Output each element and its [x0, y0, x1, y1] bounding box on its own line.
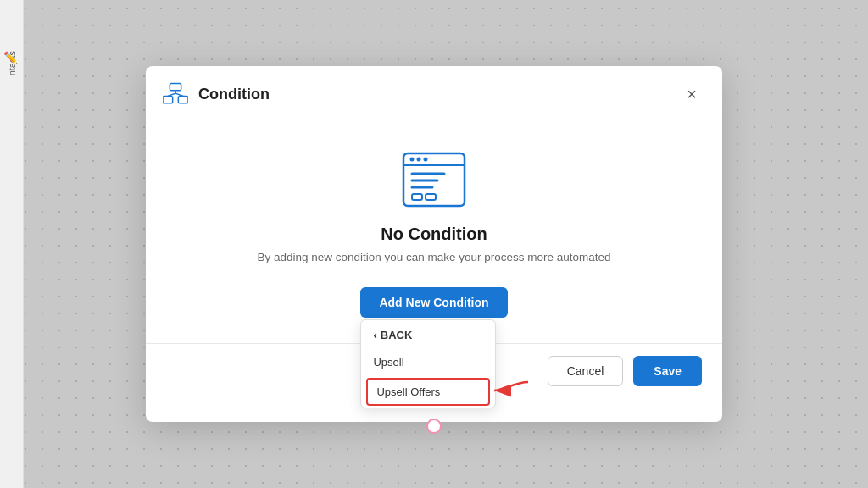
condition-modal: Condition × No	[146, 66, 722, 422]
dropdown-back-label: BACK	[381, 329, 413, 341]
dropdown-item-upsell[interactable]: Upsell	[361, 348, 495, 376]
modal-overlay: Condition × No	[0, 0, 868, 488]
no-condition-illustration	[400, 150, 468, 209]
save-button[interactable]: Save	[633, 356, 702, 386]
modal-body: No Condition By adding new condition you…	[146, 119, 722, 343]
close-button[interactable]: ×	[682, 83, 702, 106]
svg-point-8	[410, 158, 415, 162]
svg-rect-14	[412, 194, 422, 200]
svg-rect-1	[163, 97, 173, 103]
svg-point-9	[417, 158, 421, 162]
modal-header: Condition ×	[146, 66, 722, 119]
back-arrow-icon: ‹	[373, 329, 376, 341]
dropdown-back-item[interactable]: ‹ BACK	[361, 320, 495, 348]
add-condition-button[interactable]: Add New Condition	[360, 287, 507, 318]
no-condition-subtitle: By adding new condition you can make you…	[257, 251, 610, 263]
svg-rect-15	[426, 194, 436, 200]
modal-title: Condition	[198, 86, 270, 103]
condition-dropdown: ‹ BACK Upsell Upsell Offers	[360, 319, 496, 408]
condition-header-svg	[163, 81, 188, 107]
bottom-node-decoration	[426, 419, 442, 434]
dropdown-item-upsell-offers[interactable]: Upsell Offers	[366, 378, 490, 406]
svg-rect-0	[170, 84, 181, 91]
no-condition-title: No Condition	[381, 225, 487, 244]
modal-header-icon	[163, 81, 188, 107]
add-condition-wrapper: Add New Condition ‹ BACK Upsell Upsell O…	[360, 287, 507, 318]
cancel-button[interactable]: Cancel	[548, 356, 624, 386]
svg-rect-2	[178, 97, 188, 103]
dropdown-item-upsell-offers-wrapper: Upsell Offers	[361, 378, 495, 406]
svg-point-10	[424, 158, 428, 162]
